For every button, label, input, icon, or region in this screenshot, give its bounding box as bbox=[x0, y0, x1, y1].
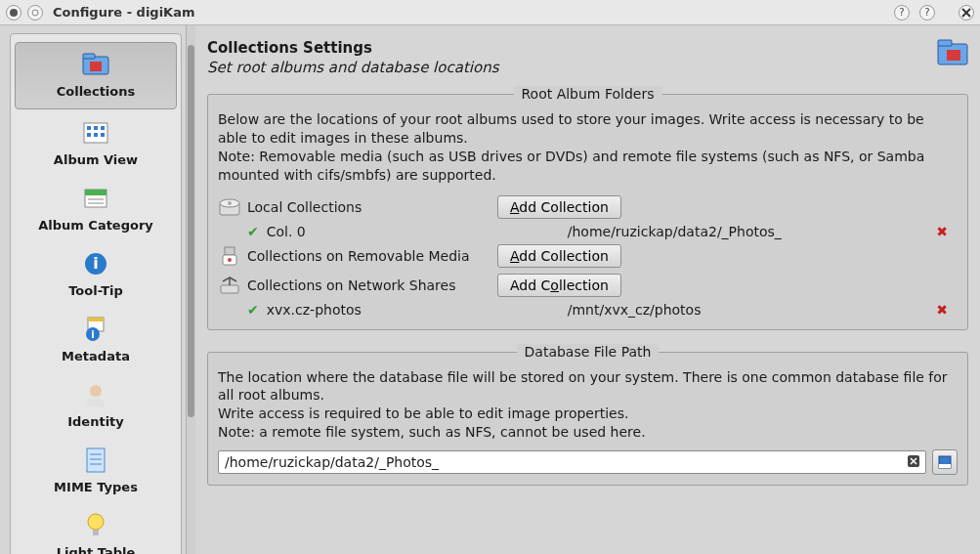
svg-point-41 bbox=[228, 258, 232, 262]
album-view-icon bbox=[80, 117, 111, 149]
sidebar-item-label: Tool-Tip bbox=[15, 283, 177, 298]
database-description: The location where the database file wil… bbox=[218, 368, 958, 443]
add-network-collection-button[interactable]: Add Collection bbox=[497, 274, 621, 297]
sidebar-item-label: MIME Types bbox=[15, 480, 177, 494]
database-path-value: /home/ruzickap/data2/_Photos_ bbox=[225, 454, 908, 470]
local-collections-header: Local Collections Add Collection bbox=[218, 192, 958, 222]
svg-point-0 bbox=[10, 9, 18, 17]
network-share-icon bbox=[218, 274, 241, 297]
app-menu-button[interactable] bbox=[6, 5, 21, 21]
svg-rect-5 bbox=[83, 54, 95, 59]
removable-collections-header: Collections on Removable Media Add Colle… bbox=[218, 241, 958, 271]
svg-point-1 bbox=[32, 10, 38, 16]
sidebar-item-label: Collections bbox=[20, 84, 172, 99]
svg-rect-13 bbox=[101, 133, 105, 137]
database-path-input[interactable]: /home/ruzickap/data2/_Photos_ bbox=[218, 450, 926, 474]
svg-rect-9 bbox=[94, 126, 98, 130]
page-title: Collections Settings bbox=[207, 39, 937, 57]
sidebar-item-label: Album View bbox=[15, 152, 177, 167]
group-title: Database File Path bbox=[517, 344, 660, 360]
sidebar-item-mime-types[interactable]: MIME Types bbox=[11, 439, 181, 504]
add-removable-collection-button[interactable]: Add Collection bbox=[497, 244, 621, 268]
sidebar-item-label: Identity bbox=[15, 414, 177, 429]
usb-icon bbox=[218, 244, 241, 268]
svg-rect-11 bbox=[87, 133, 91, 137]
svg-rect-15 bbox=[85, 190, 107, 195]
svg-point-24 bbox=[90, 385, 102, 397]
window-title: Configure - digiKam bbox=[53, 5, 195, 20]
remove-collection-button[interactable]: ✖ bbox=[932, 302, 952, 318]
window-pin-button[interactable] bbox=[27, 5, 43, 21]
tool-tip-icon: i bbox=[80, 248, 111, 279]
local-collection-entry[interactable]: ✔ Col. 0 /home/ruzickap/data2/_Photos_ ✖ bbox=[218, 222, 958, 241]
svg-rect-6 bbox=[90, 62, 102, 71]
window-titlebar: Configure - digiKam ? ? bbox=[0, 0, 980, 25]
svg-rect-34 bbox=[938, 40, 952, 46]
light-table-icon bbox=[80, 510, 111, 541]
sidebar-item-label: Light Table bbox=[15, 545, 177, 554]
svg-point-29 bbox=[88, 514, 104, 530]
collection-name: xvx.cz-photos bbox=[267, 302, 560, 318]
settings-sidebar: Collections Album View Album Category i … bbox=[0, 25, 186, 554]
close-window-button[interactable] bbox=[959, 5, 974, 21]
svg-rect-42 bbox=[221, 285, 238, 293]
svg-rect-21 bbox=[88, 318, 104, 321]
svg-rect-12 bbox=[94, 133, 98, 137]
removable-collections-label: Collections on Removable Media bbox=[247, 248, 491, 264]
svg-rect-47 bbox=[939, 464, 951, 468]
svg-rect-39 bbox=[225, 247, 234, 255]
svg-rect-8 bbox=[87, 126, 91, 130]
metadata-icon: i bbox=[80, 314, 111, 345]
sidebar-item-tool-tip[interactable]: i Tool-Tip bbox=[11, 242, 181, 308]
sidebar-item-album-view[interactable]: Album View bbox=[11, 111, 181, 177]
context-help-button[interactable]: ? bbox=[894, 5, 910, 21]
network-collections-label: Collections on Network Shares bbox=[247, 277, 491, 293]
sidebar-item-metadata[interactable]: i Metadata bbox=[11, 308, 181, 373]
svg-rect-35 bbox=[947, 50, 960, 61]
sidebar-item-label: Metadata bbox=[15, 349, 177, 363]
page-subtitle: Set root albums and database locations bbox=[207, 59, 937, 76]
browse-path-button[interactable] bbox=[932, 449, 958, 475]
svg-rect-10 bbox=[101, 126, 105, 130]
database-file-path-group: Database File Path The location where th… bbox=[207, 352, 968, 487]
sidebar-item-album-category[interactable]: Album Category bbox=[11, 177, 181, 242]
svg-rect-30 bbox=[93, 530, 99, 535]
sidebar-item-identity[interactable]: Identity bbox=[11, 373, 181, 439]
svg-point-38 bbox=[228, 201, 232, 205]
clear-path-button[interactable] bbox=[908, 455, 919, 470]
status-ok-icon: ✔ bbox=[247, 224, 259, 239]
svg-rect-25 bbox=[87, 448, 105, 472]
group-title: Root Album Folders bbox=[513, 86, 661, 102]
remove-collection-button[interactable]: ✖ bbox=[932, 224, 952, 239]
collection-path: /home/ruzickap/data2/_Photos_ bbox=[568, 224, 925, 239]
local-collections-label: Local Collections bbox=[247, 199, 491, 215]
collections-icon bbox=[80, 49, 111, 80]
sidebar-item-label: Album Category bbox=[15, 218, 177, 233]
sidebar-item-collections[interactable]: Collections bbox=[15, 42, 177, 109]
root-album-folders-group: Root Album Folders Below are the locatio… bbox=[207, 94, 968, 330]
svg-text:i: i bbox=[91, 329, 94, 340]
album-category-icon bbox=[80, 183, 111, 214]
hard-disk-icon bbox=[218, 195, 241, 219]
identity-icon bbox=[80, 379, 111, 410]
mime-types-icon bbox=[80, 445, 111, 476]
network-collections-header: Collections on Network Shares Add Collec… bbox=[218, 271, 958, 300]
svg-text:i: i bbox=[93, 254, 98, 273]
page-header-icon bbox=[937, 39, 968, 70]
sidebar-scrollbar[interactable] bbox=[186, 25, 195, 554]
whats-this-button[interactable]: ? bbox=[919, 5, 935, 21]
network-collection-entry[interactable]: ✔ xvx.cz-photos /mnt/xvx_cz/photos ✖ bbox=[218, 300, 958, 320]
sidebar-item-light-table[interactable]: Light Table bbox=[11, 504, 181, 554]
collection-path: /mnt/xvx_cz/photos bbox=[568, 302, 925, 318]
collection-name: Col. 0 bbox=[267, 224, 560, 239]
root-albums-description: Below are the locations of your root alb… bbox=[218, 110, 958, 185]
status-ok-icon: ✔ bbox=[247, 302, 259, 318]
add-local-collection-button[interactable]: Add Collection bbox=[497, 195, 621, 219]
